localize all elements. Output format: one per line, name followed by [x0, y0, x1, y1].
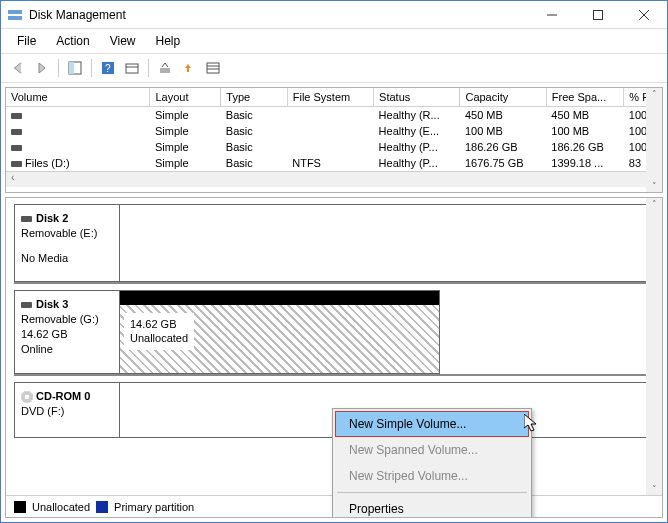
ctx-new-simple-volume[interactable]: New Simple Volume... — [335, 411, 529, 437]
svg-rect-1 — [8, 16, 22, 20]
col-fs[interactable]: File System — [287, 88, 373, 107]
menubar: File Action View Help — [1, 29, 667, 53]
volume-row[interactable]: Files (D:)SimpleBasicNTFSHealthy (P...16… — [6, 155, 662, 171]
show-hide-button[interactable] — [64, 57, 86, 79]
disk-management-window: Disk Management File Action View Help ? … — [0, 0, 668, 523]
disk-list: Disk 2 Removable (E:) No Media Disk 3 Re… — [6, 198, 662, 517]
list-button[interactable] — [202, 57, 224, 79]
horizontal-scrollbar[interactable]: ‹› — [6, 171, 662, 187]
app-icon — [7, 7, 23, 23]
disk-block-unallocated[interactable]: 14.62 GB Unallocated — [120, 290, 440, 374]
col-type[interactable]: Type — [221, 88, 287, 107]
volume-icon — [11, 113, 22, 119]
disk-info: CD-ROM 0 DVD (F:) — [14, 382, 120, 438]
ctx-separator — [337, 492, 527, 493]
window-buttons — [529, 1, 667, 29]
volume-row[interactable]: SimpleBasicHealthy (E...100 MB100 MB100 — [6, 123, 662, 139]
svg-rect-7 — [69, 62, 74, 74]
settings-button[interactable] — [121, 57, 143, 79]
legend-label: Primary partition — [114, 501, 194, 513]
ctx-new-striped-volume: New Striped Volume... — [335, 463, 529, 489]
disk-icon — [21, 216, 32, 222]
menu-view[interactable]: View — [100, 31, 146, 51]
help-button[interactable]: ? — [97, 57, 119, 79]
volume-row[interactable]: SimpleBasicHealthy (R...450 MB450 MB100 — [6, 107, 662, 124]
svg-rect-12 — [160, 68, 170, 73]
disk-icon — [21, 302, 32, 308]
menu-file[interactable]: File — [7, 31, 46, 51]
ctx-new-spanned-volume: New Spanned Volume... — [335, 437, 529, 463]
vertical-scrollbar[interactable]: ˄˅ — [646, 198, 662, 495]
svg-rect-0 — [8, 10, 22, 14]
col-capacity[interactable]: Capacity — [460, 88, 546, 107]
legend-swatch-primary — [96, 501, 108, 513]
disk-graphical-pane: Disk 2 Removable (E:) No Media Disk 3 Re… — [5, 197, 663, 518]
svg-rect-14 — [207, 63, 219, 73]
window-title: Disk Management — [29, 8, 529, 22]
disk-info: Disk 3 Removable (G:) 14.62 GB Online — [14, 290, 120, 374]
volume-list-pane: Volume Layout Type File System Status Ca… — [5, 87, 663, 193]
svg-text:?: ? — [105, 63, 111, 74]
menu-help[interactable]: Help — [146, 31, 191, 51]
close-button[interactable] — [621, 1, 667, 29]
legend-swatch-unallocated — [14, 501, 26, 513]
svg-rect-10 — [126, 64, 138, 73]
context-menu: New Simple Volume... New Spanned Volume.… — [332, 408, 532, 517]
legend-label: Unallocated — [32, 501, 90, 513]
col-free[interactable]: Free Spa... — [546, 88, 624, 107]
block-header-bar — [120, 291, 439, 305]
maximize-button[interactable] — [575, 1, 621, 29]
forward-button[interactable] — [31, 57, 53, 79]
volume-table[interactable]: Volume Layout Type File System Status Ca… — [6, 88, 662, 171]
disk-row[interactable]: Disk 3 Removable (G:) 14.62 GB Online 14… — [14, 290, 654, 376]
minimize-button[interactable] — [529, 1, 575, 29]
volume-icon — [11, 145, 22, 151]
vertical-scrollbar[interactable]: ˄˅ — [646, 88, 662, 192]
back-button[interactable] — [7, 57, 29, 79]
cdrom-icon — [21, 391, 33, 403]
volume-icon — [11, 161, 22, 167]
svg-rect-13 — [187, 68, 189, 72]
svg-rect-3 — [594, 10, 603, 19]
menu-action[interactable]: Action — [46, 31, 99, 51]
refresh-button[interactable] — [178, 57, 200, 79]
col-volume[interactable]: Volume — [6, 88, 150, 107]
disk-block-empty[interactable] — [120, 204, 654, 282]
content: Volume Layout Type File System Status Ca… — [1, 83, 667, 522]
col-status[interactable]: Status — [374, 88, 460, 107]
block-inner: 14.62 GB Unallocated — [124, 313, 194, 350]
disk-row[interactable]: Disk 2 Removable (E:) No Media — [14, 204, 654, 284]
toolbar: ? — [1, 53, 667, 83]
ctx-properties[interactable]: Properties — [335, 496, 529, 517]
action-button[interactable] — [154, 57, 176, 79]
volume-icon — [11, 129, 22, 135]
volume-row[interactable]: SimpleBasicHealthy (P...186.26 GB186.26 … — [6, 139, 662, 155]
titlebar: Disk Management — [1, 1, 667, 29]
disk-info: Disk 2 Removable (E:) No Media — [14, 204, 120, 282]
col-layout[interactable]: Layout — [150, 88, 221, 107]
